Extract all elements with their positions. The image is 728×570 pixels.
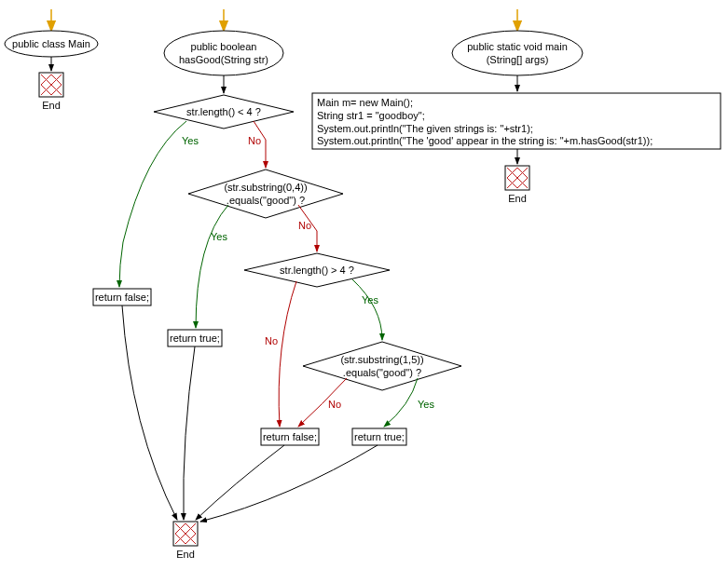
node-class-decl: [5, 31, 98, 57]
node-cond1: [154, 95, 294, 129]
flowchart-canvas: [0, 0, 728, 570]
node-return-false-1: [93, 289, 151, 305]
end-icon-3: [505, 166, 529, 190]
end-icon-2: [173, 522, 198, 546]
node-return-true-2: [352, 428, 406, 445]
node-main-body: [312, 93, 721, 149]
node-cond4: [303, 342, 461, 390]
end-icon-1: [39, 73, 63, 97]
node-cond2: [188, 170, 343, 218]
node-cond3: [244, 253, 390, 287]
node-return-false-2: [261, 428, 319, 445]
node-method-hasgood: [164, 31, 283, 75]
node-return-true-1: [168, 330, 222, 346]
node-method-main: [452, 31, 583, 75]
